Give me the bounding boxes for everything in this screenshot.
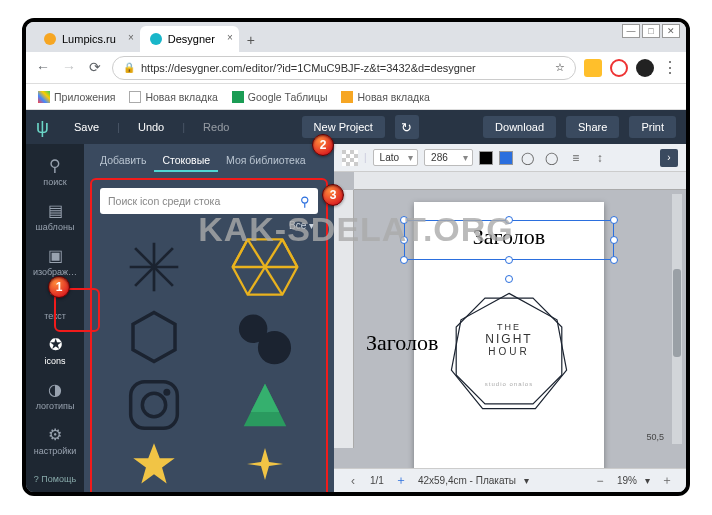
doc-size: 42x59,4cm - Плакаты <box>418 475 516 486</box>
bookmark-gsheets[interactable]: Google Таблицы <box>232 91 328 103</box>
favicon-dot <box>150 33 162 45</box>
panel-tab-add[interactable]: Добавить <box>92 150 154 172</box>
circle-icon[interactable]: ◯ <box>519 149 537 167</box>
redo-button[interactable]: Redo <box>195 117 237 137</box>
help-link[interactable]: ? Помощь <box>34 466 76 492</box>
reload-button[interactable]: ⟳ <box>86 59 104 77</box>
svg-marker-17 <box>247 448 283 480</box>
filter-dropdown[interactable]: Все ▾ <box>100 214 318 235</box>
download-button[interactable]: Download <box>483 116 556 138</box>
panel-tab-mylib[interactable]: Моя библиотека <box>218 150 314 172</box>
snowflake-icon[interactable] <box>102 237 205 297</box>
size-select[interactable]: 286 <box>424 149 473 166</box>
apps-button[interactable]: Приложения <box>38 91 115 103</box>
chevron-down-icon[interactable]: ▾ <box>524 475 529 486</box>
sidebar-item-images[interactable]: ▣изображ… <box>26 242 84 281</box>
extension-icon[interactable] <box>584 59 602 77</box>
instagram-outline-icon[interactable] <box>102 377 205 433</box>
search-icon: ⚲ <box>49 156 61 175</box>
chevron-down-icon[interactable]: ▾ <box>645 475 650 486</box>
omnibox[interactable]: 🔒 https://desygner.com/editor/?id=1CMuC9… <box>112 56 576 80</box>
zoom-in-button[interactable]: ＋ <box>658 472 676 490</box>
callout-2: 2 <box>312 134 334 156</box>
forward-button[interactable]: → <box>60 59 78 77</box>
geometric-icon[interactable] <box>213 237 316 297</box>
print-button[interactable]: Print <box>629 116 676 138</box>
stock-search-input[interactable]: Поиск icon среди стока ⚲ <box>100 188 318 214</box>
svg-point-13 <box>163 389 170 396</box>
font-select[interactable]: Lato <box>373 149 418 166</box>
callout-3: 3 <box>322 184 344 206</box>
bookmark-newtab2[interactable]: Новая вкладка <box>341 91 429 103</box>
profile-avatar[interactable] <box>636 59 654 77</box>
tree-icon[interactable] <box>213 377 316 433</box>
icons-panel: Добавить Стоковые Моя библиотека Поиск i… <box>84 144 334 492</box>
settings-icon: ⚙ <box>48 425 62 444</box>
share-button[interactable]: Share <box>566 116 619 138</box>
tab-label: Desygner <box>168 33 215 45</box>
zoom-out-button[interactable]: − <box>591 472 609 490</box>
close-tab-icon[interactable]: × <box>227 32 233 43</box>
images-icon: ▣ <box>48 246 63 265</box>
sidebar-item-search[interactable]: ⚲поиск <box>26 152 84 191</box>
panel-tab-stock[interactable]: Стоковые <box>154 150 218 172</box>
circle-icon[interactable]: ◯ <box>543 149 561 167</box>
zoom-value: 19% <box>617 475 637 486</box>
browser-window: Lumpics.ru × Desygner × + — □ ✕ ← → ⟳ 🔒 … <box>22 18 690 496</box>
kebab-menu-icon[interactable]: ⋮ <box>662 58 678 77</box>
undo-button[interactable]: Undo <box>130 117 172 137</box>
ruler-horizontal <box>354 172 686 190</box>
spacing-icon[interactable]: ↕ <box>591 149 609 167</box>
page[interactable]: Заголов Заголов THE NIGHT HOUR studio on… <box>414 202 604 468</box>
add-page-button[interactable]: ＋ <box>392 472 410 490</box>
page-indicator: 1/1 <box>370 475 384 486</box>
search-placeholder: Поиск icon среди стока <box>108 195 220 207</box>
vertical-scrollbar[interactable] <box>672 194 682 444</box>
back-button[interactable]: ← <box>34 59 52 77</box>
svg-line-9 <box>282 239 297 267</box>
logos-icon: ◑ <box>48 380 62 399</box>
maximize-button[interactable]: □ <box>642 24 660 38</box>
new-project-button[interactable]: New Project <box>302 116 385 138</box>
close-tab-icon[interactable]: × <box>128 32 134 43</box>
star-icon[interactable]: ☆ <box>555 61 565 74</box>
tab-desygner[interactable]: Desygner × <box>140 26 239 52</box>
sidebar-item-templates[interactable]: ▤шаблоны <box>26 197 84 236</box>
sidebar-item-settings[interactable]: ⚙настройки <box>26 421 84 460</box>
panel-body: Поиск icon среди стока ⚲ Все ▾ <box>90 178 328 496</box>
sparkle-icon[interactable] <box>213 441 316 487</box>
hex-outline-icon[interactable] <box>102 305 205 369</box>
desygner-logo[interactable]: ψ <box>36 117 56 137</box>
blob-icon[interactable] <box>213 305 316 369</box>
canvas[interactable]: Заголов Заголов THE NIGHT HOUR studio on… <box>334 172 686 468</box>
checkerboard-icon[interactable] <box>342 150 358 166</box>
desygner-app: ψ Save | Undo | Redo New Project ↻ Downl… <box>26 110 686 492</box>
sidebar-item-logos[interactable]: ◑логотипы <box>26 376 84 415</box>
bookmark-newtab[interactable]: Новая вкладка <box>129 91 217 103</box>
icons-grid <box>100 235 318 489</box>
history-button[interactable]: ↻ <box>395 115 419 139</box>
canvas-area: | Lato 286 ◯ ◯ ≡ ↕ › <box>334 144 686 492</box>
collapse-panel-button[interactable]: › <box>660 149 678 167</box>
svg-marker-15 <box>250 384 278 412</box>
save-button[interactable]: Save <box>66 117 107 137</box>
new-tab-button[interactable]: + <box>239 28 263 52</box>
ruler-vertical <box>334 190 354 448</box>
minimize-button[interactable]: — <box>622 24 640 38</box>
align-icon[interactable]: ≡ <box>567 149 585 167</box>
sidebar-item-icons[interactable]: ✪icons <box>26 331 84 370</box>
star-icon[interactable] <box>102 441 205 487</box>
close-window-button[interactable]: ✕ <box>662 24 680 38</box>
lock-icon: 🔒 <box>123 62 135 73</box>
rotate-handle[interactable] <box>505 275 513 283</box>
address-bar: ← → ⟳ 🔒 https://desygner.com/editor/?id=… <box>26 52 686 84</box>
opera-icon[interactable] <box>610 59 628 77</box>
title-text-1[interactable]: Заголов <box>414 224 604 250</box>
tool-options-bar: | Lato 286 ◯ ◯ ≡ ↕ › <box>334 144 686 172</box>
text-color-swatch[interactable] <box>479 151 493 165</box>
tab-lumpics[interactable]: Lumpics.ru × <box>34 26 140 52</box>
search-icon[interactable]: ⚲ <box>300 194 310 209</box>
prev-page-button[interactable]: ‹ <box>344 472 362 490</box>
bookmarks-bar: Приложения Новая вкладка Google Таблицы … <box>26 84 686 110</box>
accent-color-swatch[interactable] <box>499 151 513 165</box>
